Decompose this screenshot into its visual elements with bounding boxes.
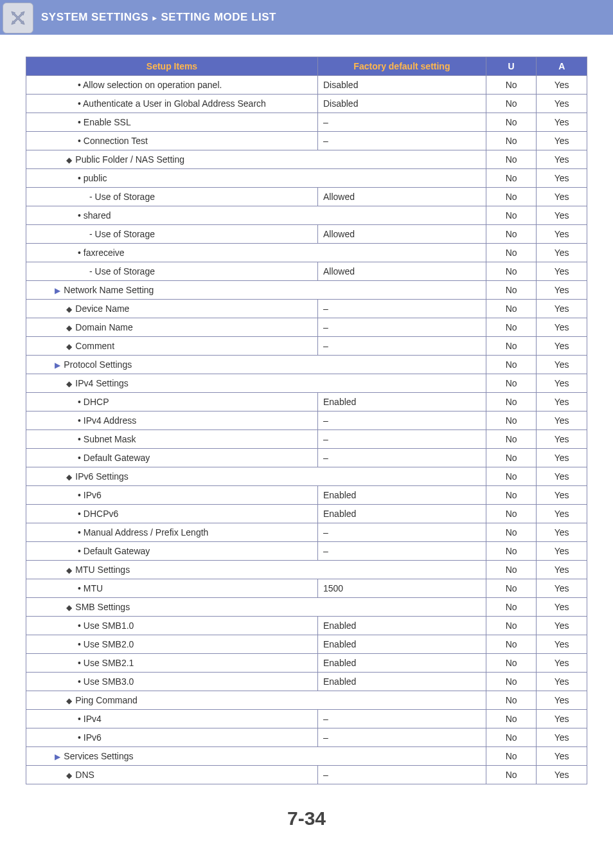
factory-cell: – [317, 337, 486, 356]
setup-item-cell: ◆ DNS [26, 766, 318, 784]
factory-cell: Enabled [317, 654, 486, 673]
bullet-icon: • [78, 210, 84, 221]
a-cell: Yes [537, 766, 587, 784]
item-label: IPv4 Address [84, 415, 137, 426]
table-row: • IPv6EnabledNoYes [26, 486, 587, 505]
item-label: Authenticate a User in Global Address Se… [83, 98, 266, 109]
setup-item-cell: • IPv4 [26, 710, 318, 728]
header-part1: SYSTEM SETTINGS [41, 11, 148, 23]
item-label: shared [84, 210, 111, 221]
u-cell: No [486, 747, 537, 766]
a-cell: Yes [537, 617, 587, 635]
factory-cell: – [317, 411, 486, 430]
a-cell: Yes [537, 188, 587, 206]
bullet-icon: • [78, 490, 84, 500]
table-row: ◆ IPv6 SettingsNoYes [26, 467, 587, 486]
table-row: ◆ IPv4 SettingsNoYes [26, 374, 587, 393]
bullet-icon: • [78, 527, 84, 538]
table-row: • Use SMB2.0EnabledNoYes [26, 635, 587, 654]
setup-item-cell: • Subnet Mask [26, 430, 318, 449]
table-row: • Enable SSL–NoYes [26, 113, 587, 132]
table-row: ◆ DNS–NoYes [26, 766, 587, 784]
a-cell: Yes [537, 132, 587, 150]
factory-cell: – [317, 766, 486, 784]
table-row: ◆ SMB SettingsNoYes [26, 598, 587, 617]
setup-item-cell: ▶ Services Settings [26, 747, 486, 766]
setup-item-cell: • Manual Address / Prefix Length [26, 523, 318, 542]
factory-cell: – [317, 113, 486, 132]
bullet-icon: • [78, 732, 84, 743]
factory-cell: – [317, 449, 486, 467]
a-cell: Yes [537, 76, 587, 95]
u-cell: No [486, 76, 537, 95]
table-row: ▶ Services SettingsNoYes [26, 747, 587, 766]
bullet-icon: • [78, 509, 84, 519]
bullet-icon: • [78, 546, 84, 556]
table-row: ◆ Ping CommandNoYes [26, 691, 587, 710]
bullet-icon: • [78, 434, 84, 444]
setup-item-cell: ◆ IPv6 Settings [26, 467, 486, 486]
col-a: A [537, 57, 587, 76]
a-cell: Yes [537, 523, 587, 542]
item-label: IPv4 [84, 714, 102, 724]
u-cell: No [486, 449, 537, 467]
item-label: public [84, 173, 107, 183]
bullet-icon: • [78, 80, 83, 90]
item-label: Device Name [75, 303, 129, 314]
a-cell: Yes [537, 579, 587, 598]
factory-cell: Enabled [317, 673, 486, 691]
item-label: DHCPv6 [84, 509, 118, 519]
item-label: Use SMB3.0 [84, 676, 134, 687]
item-label: Network Name Setting [64, 285, 154, 295]
page-number: 7-34 [0, 808, 613, 849]
setup-item-cell: • IPv6 [26, 728, 318, 747]
a-cell: Yes [537, 561, 587, 579]
item-label: Use of Storage [95, 266, 155, 276]
setup-item-cell: - Use of Storage [26, 188, 318, 206]
u-cell: No [486, 579, 537, 598]
item-label: Manual Address / Prefix Length [84, 527, 209, 538]
dash-icon: - [89, 229, 95, 239]
table-row: ◆ Domain Name–NoYes [26, 318, 587, 337]
u-cell: No [486, 262, 537, 281]
bullet-icon: • [78, 173, 84, 183]
table-row: ◆ Comment–NoYes [26, 337, 587, 356]
item-label: MTU Settings [75, 565, 130, 575]
diamond-icon: ◆ [66, 342, 74, 351]
factory-cell: Enabled [317, 617, 486, 635]
arrow-right-icon: ▶ [55, 361, 62, 370]
setup-item-cell: ◆ IPv4 Settings [26, 374, 486, 393]
table-row: • Use SMB1.0EnabledNoYes [26, 617, 587, 635]
diamond-icon: ◆ [66, 379, 74, 388]
u-cell: No [486, 411, 537, 430]
u-cell: No [486, 318, 537, 337]
a-cell: Yes [537, 542, 587, 561]
a-cell: Yes [537, 374, 587, 393]
factory-cell: Disabled [317, 95, 486, 113]
item-label: Public Folder / NAS Setting [75, 154, 184, 165]
item-label: Ping Command [75, 695, 138, 705]
col-setup: Setup Items [26, 57, 318, 76]
item-label: Default Gateway [84, 453, 150, 463]
bullet-icon: • [78, 397, 84, 407]
u-cell: No [486, 225, 537, 244]
setup-item-cell: • shared [26, 206, 486, 225]
item-label: Comment [75, 341, 114, 351]
table-row: • Default Gateway–NoYes [26, 542, 587, 561]
table-row: • sharedNoYes [26, 206, 587, 225]
setup-item-cell: • MTU [26, 579, 318, 598]
setup-item-cell: • faxreceive [26, 244, 486, 262]
item-label: Use of Storage [95, 229, 155, 239]
item-label: Enable SSL [84, 117, 131, 127]
u-cell: No [486, 374, 537, 393]
item-label: SMB Settings [75, 602, 130, 612]
setup-item-cell: ◆ MTU Settings [26, 561, 486, 579]
a-cell: Yes [537, 430, 587, 449]
setup-item-cell: ◆ Device Name [26, 300, 318, 318]
u-cell: No [486, 300, 537, 318]
u-cell: No [486, 281, 537, 300]
a-cell: Yes [537, 411, 587, 430]
factory-cell: 1500 [317, 579, 486, 598]
table-row: • faxreceiveNoYes [26, 244, 587, 262]
table-row: • Manual Address / Prefix Length–NoYes [26, 523, 587, 542]
